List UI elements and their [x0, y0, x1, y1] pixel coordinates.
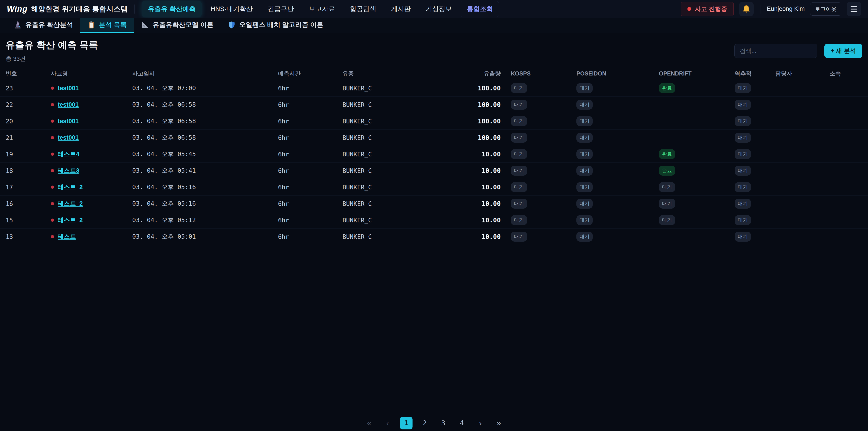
incident-name-link[interactable]: test001 — [58, 134, 79, 141]
status-badge-done: 완료 — [659, 83, 675, 93]
incident-name-cell: 테스트3 — [51, 166, 132, 175]
incident-datetime: 03. 04. 오후 05:41 — [132, 166, 278, 175]
incident-name-cell: 테스트 — [51, 233, 132, 241]
incident-status-dot-icon — [51, 153, 54, 156]
status-badge-waiting: 대기 — [735, 83, 751, 93]
incident-status-dot-icon — [51, 219, 54, 222]
incident-name-link[interactable]: 테스트 — [58, 233, 76, 241]
incident-name-link[interactable]: 테스트_2 — [58, 183, 83, 191]
poseidon-status-badge: 대기 — [572, 83, 654, 93]
incident-name-link[interactable]: test001 — [58, 118, 79, 125]
logo-wordmark: Wing — [7, 4, 28, 14]
search-input[interactable] — [735, 44, 817, 58]
kosps-status-badge: 대기 — [501, 215, 572, 225]
status-badge-waiting: 대기 — [577, 232, 593, 242]
status-badge-waiting: 대기 — [735, 182, 751, 192]
backtrack-status-badge: 대기 — [730, 133, 771, 143]
status-badge-waiting: 대기 — [577, 199, 593, 209]
menu-button[interactable] — [847, 2, 861, 16]
forecast-duration: 6hr — [278, 184, 342, 191]
status-badge-waiting: 대기 — [577, 133, 593, 143]
total-count: 총 33건 — [6, 55, 98, 63]
row-number: 15 — [6, 217, 51, 224]
backtrack-status-badge: 대기 — [730, 232, 771, 242]
new-analysis-button[interactable]: + 새 분석 — [825, 44, 862, 58]
tab-analysis-list[interactable]: 분석 목록 — [80, 18, 134, 33]
pagination-page-4[interactable]: 4 — [456, 417, 468, 429]
spill-amount: 10.00 — [469, 184, 501, 191]
microscope-icon — [14, 21, 22, 29]
status-badge-waiting: 대기 — [577, 149, 593, 159]
nav-item-board[interactable]: 게시판 — [385, 1, 417, 17]
forecast-duration: 6hr — [278, 167, 342, 174]
tab-dispersion-model-theory[interactable]: 유출유확산모델 이론 — [134, 18, 221, 33]
nav-item-weather[interactable]: 기상정보 — [420, 1, 458, 17]
backtrack-status-badge: 대기 — [730, 116, 771, 126]
empty-space — [0, 245, 868, 415]
incident-datetime: 03. 04. 오후 05:12 — [132, 216, 278, 224]
col-header-no: 번호 — [6, 70, 51, 77]
incident-status-dot-icon — [51, 186, 54, 189]
incident-name-link[interactable]: 테스트_2 — [58, 199, 83, 208]
forecast-duration: 6hr — [278, 233, 342, 240]
row-number: 18 — [6, 167, 51, 174]
pagination-next-button[interactable]: › — [474, 417, 487, 429]
pagination-bar: « ‹ 1 2 3 4 › » — [0, 415, 868, 431]
tab-label: 분석 목록 — [99, 20, 127, 29]
nav-item-aerial-search[interactable]: 항공탐색 — [344, 1, 382, 17]
incident-name-cell: test001 — [51, 85, 132, 92]
table-row: 23 test001 03. 04. 오후 07:00 6hr BUNKER_C… — [0, 80, 868, 96]
incident-name-cell: 테스트4 — [51, 150, 132, 158]
pagination-page-3[interactable]: 3 — [437, 417, 450, 429]
row-number: 20 — [6, 118, 51, 125]
pagination-last-button[interactable]: » — [493, 417, 505, 429]
incident-name-link[interactable]: 테스트3 — [58, 166, 79, 175]
incident-in-progress-badge[interactable]: 사고 진행중 — [681, 2, 734, 16]
nav-item-integrated-search[interactable]: 통합조회 — [461, 1, 499, 17]
table-row: 13 테스트 03. 04. 오후 05:01 6hr BUNKER_C 10.… — [0, 228, 868, 245]
alert-badge-label: 사고 진행중 — [695, 5, 727, 13]
pagination-first-button[interactable]: « — [363, 417, 375, 429]
nav-item-reports[interactable]: 보고자료 — [303, 1, 341, 17]
pagination-prev-button[interactable]: ‹ — [381, 417, 394, 429]
nav-item-hns-air-dispersion[interactable]: HNS·대기확산 — [204, 1, 259, 17]
tab-oil-fence-algorithm-theory[interactable]: 오일펜스 배치 알고리즘 이론 — [221, 18, 331, 33]
opendrift-status-badge: 대기 — [654, 215, 730, 225]
incident-status-dot-icon — [51, 103, 54, 106]
row-number: 13 — [6, 233, 51, 240]
poseidon-status-badge: 대기 — [572, 199, 654, 209]
table-row: 16 테스트_2 03. 04. 오후 05:16 6hr BUNKER_C 1… — [0, 195, 868, 212]
incident-status-dot-icon — [51, 202, 54, 205]
backtrack-status-badge: 대기 — [730, 166, 771, 176]
opendrift-status-badge: 완료 — [654, 149, 730, 159]
incident-name-link[interactable]: test001 — [58, 85, 79, 92]
col-header-manager: 담당자 — [771, 70, 825, 77]
backtrack-status-badge: 대기 — [730, 149, 771, 159]
divider — [760, 4, 761, 13]
status-badge-waiting: 대기 — [577, 100, 593, 110]
col-header-incident-name: 사고명 — [51, 70, 132, 77]
col-header-datetime: 사고일시 — [132, 70, 278, 77]
incident-name-link[interactable]: test001 — [58, 101, 79, 108]
tab-spill-analysis[interactable]: 유출유 확산분석 — [7, 18, 80, 33]
logout-button[interactable]: 로그아웃 — [810, 2, 841, 16]
clipboard-icon — [88, 21, 95, 29]
oil-type: BUNKER_C — [342, 151, 469, 158]
status-badge-waiting: 대기 — [577, 182, 593, 192]
app-logo[interactable]: Wing 해양환경 위기대응 통합시스템 — [7, 4, 128, 14]
nav-item-oil-spill-forecast[interactable]: 유출유 확산예측 — [142, 1, 202, 17]
notifications-button[interactable] — [739, 2, 754, 16]
pagination-page-1[interactable]: 1 — [400, 417, 412, 429]
incident-name-link[interactable]: 테스트4 — [58, 150, 79, 158]
spill-amount: 10.00 — [469, 233, 501, 241]
spill-amount: 100.00 — [469, 85, 501, 92]
nav-item-emergency-rescue[interactable]: 긴급구난 — [261, 1, 300, 17]
spill-amount: 10.00 — [469, 217, 501, 224]
row-number: 16 — [6, 200, 51, 207]
pagination-page-2[interactable]: 2 — [418, 417, 431, 429]
status-badge-waiting: 대기 — [735, 166, 751, 176]
forecast-duration: 6hr — [278, 85, 342, 92]
status-badge-waiting: 대기 — [735, 149, 751, 159]
col-header-backtrack: 역추적 — [730, 70, 771, 77]
incident-name-link[interactable]: 테스트_2 — [58, 216, 83, 224]
